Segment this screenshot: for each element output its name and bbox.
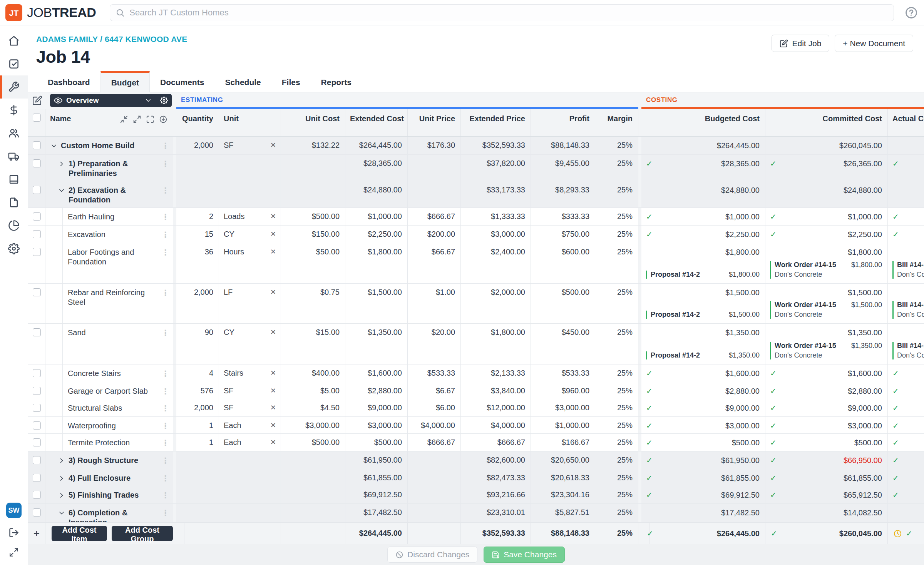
margin-cell[interactable]: 25% — [595, 226, 638, 243]
budgeted-cost-cell[interactable]: ✓$3,000.00 — [641, 417, 765, 433]
unit-price-cell[interactable] — [408, 451, 461, 469]
margin-cell[interactable]: 25% — [595, 243, 638, 283]
cost-item-name[interactable]: 4) Full Enclosure — [69, 473, 131, 483]
profit-cell[interactable]: $23,304.16 — [531, 486, 595, 503]
expand-chevron-icon[interactable] — [58, 508, 69, 517]
committed-cost-cell[interactable]: ✓$61,855.00 — [765, 469, 888, 486]
profit-cell[interactable]: $9,455.00 — [531, 155, 595, 181]
unit-cell[interactable]: Each✕ — [219, 434, 281, 451]
actual-cost-cell[interactable] — [888, 181, 924, 207]
row-checkbox[interactable] — [33, 438, 41, 446]
unit-price-cell[interactable]: $20.00 — [408, 324, 461, 364]
expand-chevron-icon[interactable] — [58, 473, 69, 482]
kebab-menu-icon[interactable]: ⋮ — [158, 438, 173, 448]
linked-doc-chip[interactable]: Work Order #14-15$1,800.00Don's Concrete — [770, 261, 882, 279]
clear-unit-icon[interactable]: ✕ — [270, 403, 276, 416]
profit-cell[interactable]: $8,293.33 — [531, 181, 595, 207]
row-checkbox[interactable] — [33, 387, 41, 395]
unit-price-cell[interactable] — [408, 486, 461, 503]
unit-cell[interactable]: LF✕ — [219, 284, 281, 323]
unit-cost-cell[interactable]: $400.00 — [281, 364, 345, 382]
extended-price-cell[interactable]: $2,000.00 — [461, 284, 531, 323]
view-settings-gear-icon[interactable] — [160, 97, 168, 104]
extended-price-cell[interactable]: $2,400.00 — [461, 243, 531, 283]
budgeted-cost-cell[interactable]: ✓$61,950.00 — [641, 451, 765, 469]
row-checkbox[interactable] — [33, 230, 41, 238]
tab-budget[interactable]: Budget — [100, 71, 150, 92]
budgeted-cost-cell[interactable]: ✓$2,880.00 — [641, 382, 765, 399]
extended-cost-cell[interactable]: $1,800.00 — [345, 243, 408, 283]
committed-cost-cell[interactable]: $1,800.00Work Order #14-15$1,800.00Don's… — [765, 243, 888, 283]
committed-cost-cell[interactable]: $1,500.00Work Order #14-15$1,500.00Don's… — [765, 284, 888, 323]
tab-schedule[interactable]: Schedule — [214, 71, 271, 92]
add-row-button[interactable]: + — [28, 523, 45, 544]
unit-cost-cell[interactable]: $50.00 — [281, 243, 345, 283]
unit-cell[interactable]: SF✕ — [219, 382, 281, 399]
budgeted-cost-cell[interactable]: ✓$69,912.50 — [641, 486, 765, 503]
budgeted-cost-cell[interactable]: ✓$9,000.00 — [641, 399, 765, 416]
budgeted-cost-cell[interactable]: ✓$2,250.00 — [641, 226, 765, 243]
sidebar-item-reports[interactable] — [0, 214, 28, 237]
linked-doc-chip[interactable]: Bill #14-16Don's Concrete — [892, 301, 919, 319]
budgeted-cost-cell[interactable]: $1,350.00Proposal #14-2$1,350.00 — [641, 324, 765, 364]
margin-cell[interactable]: 25% — [595, 208, 638, 225]
kebab-menu-icon[interactable]: ⋮ — [158, 212, 173, 222]
actual-cost-cell[interactable]: ✓ — [888, 451, 924, 469]
extended-price-cell[interactable]: $1,800.00 — [461, 324, 531, 364]
margin-cell[interactable]: 25% — [595, 504, 638, 522]
row-checkbox[interactable] — [33, 159, 41, 167]
cost-item-name[interactable]: Garage or Carport Slab — [68, 386, 149, 396]
actual-cost-cell[interactable]: ✓ — [888, 434, 924, 451]
committed-cost-cell[interactable]: ✓$66,950.00 — [765, 451, 888, 469]
actual-cost-cell[interactable]: ✓ — [888, 208, 924, 225]
tab-dashboard[interactable]: Dashboard — [37, 71, 100, 92]
budgeted-cost-cell[interactable]: $24,880.00 — [641, 181, 765, 207]
budgeted-cost-cell[interactable]: ✓$28,365.00 — [641, 155, 765, 181]
unit-cost-cell[interactable]: $5.00 — [281, 382, 345, 399]
unit-cost-cell[interactable] — [281, 451, 345, 469]
margin-cell[interactable]: 25% — [595, 417, 638, 433]
kebab-menu-icon[interactable]: ⋮ — [158, 403, 173, 413]
cost-item-name[interactable]: Rebar and Reinforcing Steel — [68, 288, 158, 307]
extended-cost-cell[interactable]: $1,600.00 — [345, 364, 408, 382]
actual-cost-cell[interactable]: ✓ — [888, 417, 924, 433]
kebab-menu-icon[interactable]: ⋮ — [158, 508, 173, 518]
margin-cell[interactable]: 25% — [595, 382, 638, 399]
linked-doc-chip[interactable]: Proposal #14-2$1,350.00 — [646, 351, 760, 359]
sidebar-item-jobs[interactable] — [0, 75, 28, 99]
extended-cost-cell[interactable]: $28,365.00 — [345, 155, 408, 181]
sidebar-item-home[interactable] — [0, 29, 28, 52]
unit-cost-cell[interactable]: $0.75 — [281, 284, 345, 323]
select-all-checkbox[interactable] — [33, 114, 41, 122]
unit-cell[interactable] — [219, 451, 281, 469]
unit-price-cell[interactable]: $6.00 — [408, 399, 461, 416]
unit-cell[interactable]: SF✕ — [219, 399, 281, 416]
row-checkbox[interactable] — [33, 248, 41, 256]
unit-cost-cell[interactable]: $500.00 — [281, 208, 345, 225]
sidebar-item-tasks[interactable] — [0, 52, 28, 75]
unit-cost-cell[interactable] — [281, 486, 345, 503]
actual-cost-cell[interactable]: ✓ — [888, 155, 924, 181]
quantity-cell[interactable]: 576 — [176, 382, 219, 399]
expand-sidebar-button[interactable] — [9, 547, 19, 557]
committed-cost-cell[interactable]: ✓$26,365.00 — [765, 155, 888, 181]
profit-cell[interactable]: $88,148.33 — [531, 137, 595, 154]
expand-chevron-icon[interactable] — [58, 186, 69, 194]
kebab-menu-icon[interactable]: ⋮ — [158, 288, 173, 298]
unit-cost-cell[interactable]: $150.00 — [281, 226, 345, 243]
extended-cost-cell[interactable]: $61,950.00 — [345, 451, 408, 469]
cost-item-name[interactable]: 3) Rough Structure — [69, 456, 139, 465]
kebab-menu-icon[interactable]: ⋮ — [158, 473, 173, 483]
quantity-cell[interactable]: 36 — [176, 243, 219, 283]
committed-cost-cell[interactable]: ✓$2,880.00 — [765, 382, 888, 399]
unit-price-cell[interactable]: $666.67 — [408, 434, 461, 451]
edit-job-button[interactable]: Edit Job — [772, 35, 829, 52]
unit-cost-cell[interactable]: $500.00 — [281, 434, 345, 451]
row-checkbox[interactable] — [33, 491, 41, 499]
sidebar-item-settings[interactable] — [0, 237, 28, 260]
new-document-button[interactable]: + New Document — [835, 35, 913, 52]
global-search-input[interactable] — [129, 8, 888, 18]
unit-cost-cell[interactable]: $15.00 — [281, 324, 345, 364]
margin-cell[interactable]: 25% — [595, 434, 638, 451]
profit-cell[interactable]: $5,827.51 — [531, 504, 595, 522]
